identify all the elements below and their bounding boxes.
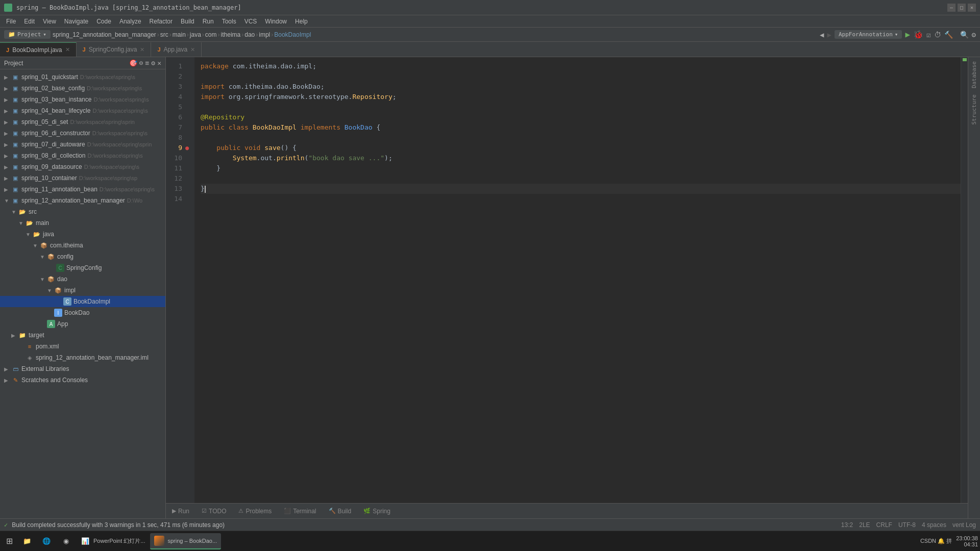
event-log[interactable]: vent Log [952, 521, 976, 529]
sidebar-item-spring06[interactable]: ▶ ▣ spring_06_di_constructor D:\workspac… [0, 128, 165, 139]
search-button[interactable]: 🔍 [960, 31, 969, 39]
tray-icons[interactable]: CSDN 🔔 拼 [920, 537, 952, 545]
bc-bookdaoimpl[interactable]: BookDaoImpl [274, 31, 311, 38]
coverage-button[interactable]: ☑ [926, 31, 930, 39]
structure-tab[interactable]: Structure [970, 92, 978, 127]
forward-nav-icon[interactable]: ▶ [827, 31, 831, 39]
sidebar-item-spring11[interactable]: ▶ ▣ spring_11_annotation_bean D:\workspa… [0, 184, 165, 195]
breakpoint-icon[interactable]: ● [185, 144, 189, 152]
taskbar-edge[interactable]: 🌐 [37, 533, 56, 549]
menu-run[interactable]: Run [199, 17, 218, 26]
line-ending[interactable]: CRLF [876, 521, 892, 529]
tab-bookdaoimpl-close[interactable]: ✕ [65, 46, 70, 53]
menu-vcs[interactable]: VCS [240, 17, 261, 26]
menu-code[interactable]: Code [92, 17, 115, 26]
menu-file[interactable]: File [2, 17, 20, 26]
sidebar-item-impl[interactable]: ▼ 📦 impl [0, 285, 165, 296]
menu-build[interactable]: Build [177, 17, 199, 26]
sidebar-item-app[interactable]: A App [0, 318, 165, 330]
run-config-dropdown[interactable]: AppForAnnotation ▾ [835, 30, 902, 39]
bc-dao[interactable]: dao [244, 31, 255, 38]
sidebar-item-spring01[interactable]: ▶ ▣ spring_01_quickstart D:\workspace\sp… [0, 71, 165, 83]
sidebar-item-config[interactable]: ▼ 📦 config [0, 251, 165, 262]
menu-view[interactable]: View [39, 17, 60, 26]
sidebar-sort-icon[interactable]: ≡ [145, 59, 150, 67]
bc-com[interactable]: com [205, 31, 217, 38]
minimize-button[interactable]: — [947, 4, 955, 12]
sidebar-item-spring03[interactable]: ▶ ▣ spring_03_bean_instance D:\workspace… [0, 94, 165, 105]
sidebar-item-pomxml[interactable]: ≡ pom.xml [0, 341, 165, 352]
sidebar-close-icon[interactable]: ✕ [157, 59, 161, 67]
encoding[interactable]: UTF-8 [898, 521, 916, 529]
menu-tools[interactable]: Tools [218, 17, 240, 26]
bc-itheima[interactable]: itheima [221, 31, 241, 38]
menu-edit[interactable]: Edit [20, 17, 39, 26]
sidebar-item-com-itheima[interactable]: ▼ 📦 com.itheima [0, 240, 165, 251]
menu-navigate[interactable]: Navigate [60, 17, 92, 26]
sidebar-item-bookdaoimpl[interactable]: C BookDaoImpl [0, 296, 165, 307]
sidebar-collapse-icon[interactable]: ⊖ [139, 59, 143, 67]
sidebar-item-spring02[interactable]: ▶ ▣ spring_02_base_config D:\workspace\s… [0, 83, 165, 94]
indent[interactable]: 4 spaces [922, 521, 946, 529]
taskbar-chrome[interactable]: ◉ [57, 533, 75, 549]
tab-springconfig-close[interactable]: ✕ [140, 46, 144, 53]
sidebar-item-spring08[interactable]: ▶ ▣ spring_08_di_collection D:\workspace… [0, 150, 165, 161]
menu-help[interactable]: Help [291, 17, 312, 26]
column-marker[interactable]: 2LE [859, 521, 870, 529]
bc-impl[interactable]: impl [259, 31, 270, 38]
sidebar-item-bookdao[interactable]: I BookDao [0, 307, 165, 318]
sidebar-item-target[interactable]: ▶ 📁 target [0, 330, 165, 341]
sidebar-locate-icon[interactable]: 🎯 [129, 59, 137, 67]
tab-app[interactable]: J App.java ✕ [151, 42, 202, 57]
settings-icon[interactable]: ⚙ [972, 31, 976, 39]
target-folder-icon: 📁 [18, 331, 27, 339]
menu-refactor[interactable]: Refactor [145, 17, 177, 26]
bottom-tab-spring[interactable]: 🌿 Spring [357, 506, 397, 517]
bottom-tab-build[interactable]: 🔨 Build [323, 506, 358, 517]
bc-project[interactable]: spring_12_annotation_bean_manager [53, 31, 156, 38]
sidebar-item-spring12[interactable]: ▼ ▣ spring_12_annotation_bean_manager D:… [0, 195, 165, 206]
menu-analyze[interactable]: Analyze [115, 17, 145, 26]
sidebar-item-spring04[interactable]: ▶ ▣ spring_04_bean_lifecycle D:\workspac… [0, 105, 165, 116]
tab-springconfig[interactable]: J SpringConfig.java ✕ [77, 42, 152, 57]
sidebar-item-spring09[interactable]: ▶ ▣ spring_09_datasource D:\workspace\sp… [0, 161, 165, 172]
profiler-button[interactable]: ⏱ [934, 31, 941, 39]
code-content[interactable]: package com.itheima.dao.impl; import com… [194, 57, 961, 503]
sidebar-item-iml[interactable]: ◈ spring_12_annotation_bean_manager.iml [0, 352, 165, 363]
sidebar-item-spring07[interactable]: ▶ ▣ spring_07_di_autoware D:\workspace\s… [0, 139, 165, 150]
window-controls[interactable]: — □ ✕ [947, 4, 976, 12]
sidebar-item-springconfig[interactable]: C SpringConfig [0, 262, 165, 273]
sidebar-item-src[interactable]: ▼ 📂 src [0, 206, 165, 217]
taskbar-file-explorer[interactable]: 📁 [18, 533, 36, 549]
bc-src[interactable]: src [160, 31, 168, 38]
close-button[interactable]: ✕ [968, 4, 976, 12]
cursor-position[interactable]: 13:2 [841, 521, 853, 529]
sidebar-item-spring05[interactable]: ▶ ▣ spring_05_di_set D:\workspace\spring… [0, 116, 165, 128]
bc-java[interactable]: java [190, 31, 201, 38]
taskbar-intellij[interactable]: spring – BookDao... [150, 533, 221, 549]
sidebar-item-external-libraries[interactable]: ▶ 🗃 External Libraries [0, 363, 165, 374]
tab-bookdaoimpl[interactable]: J BookDaoImpl.java ✕ [0, 42, 77, 57]
sidebar-item-java[interactable]: ▼ 📂 java [0, 229, 165, 240]
sidebar-item-dao[interactable]: ▼ 📦 dao [0, 273, 165, 285]
run-button[interactable]: ▶ [905, 30, 910, 39]
project-dropdown[interactable]: 📁 Project ▾ [4, 30, 51, 39]
menu-window[interactable]: Window [261, 17, 291, 26]
bottom-tab-terminal[interactable]: ⬛ Terminal [278, 506, 322, 517]
bc-main[interactable]: main [173, 31, 186, 38]
taskbar-powerpoint[interactable]: 📊 PowerPoint 幻灯片... [76, 533, 149, 549]
bottom-tab-problems[interactable]: ⚠ Problems [232, 506, 278, 517]
sidebar-item-main[interactable]: ▼ 📂 main [0, 217, 165, 229]
sidebar-item-scratches[interactable]: ▶ ✎ Scratches and Consoles [0, 374, 165, 386]
bottom-tab-run[interactable]: ▶ Run [166, 506, 195, 517]
sidebar-item-spring10[interactable]: ▶ ▣ spring_10_container D:\workspace\spr… [0, 172, 165, 184]
database-tab[interactable]: Database [970, 59, 978, 90]
bottom-tab-todo[interactable]: ☑ TODO [195, 506, 232, 517]
debug-button[interactable]: 🐞 [913, 30, 923, 39]
build-button[interactable]: 🔨 [944, 31, 953, 39]
back-nav-icon[interactable]: ◀ [820, 31, 824, 39]
tab-app-close[interactable]: ✕ [190, 46, 195, 53]
sidebar-settings-icon[interactable]: ⚙ [151, 59, 155, 67]
maximize-button[interactable]: □ [958, 4, 966, 12]
start-button[interactable]: ⊞ [2, 533, 17, 549]
